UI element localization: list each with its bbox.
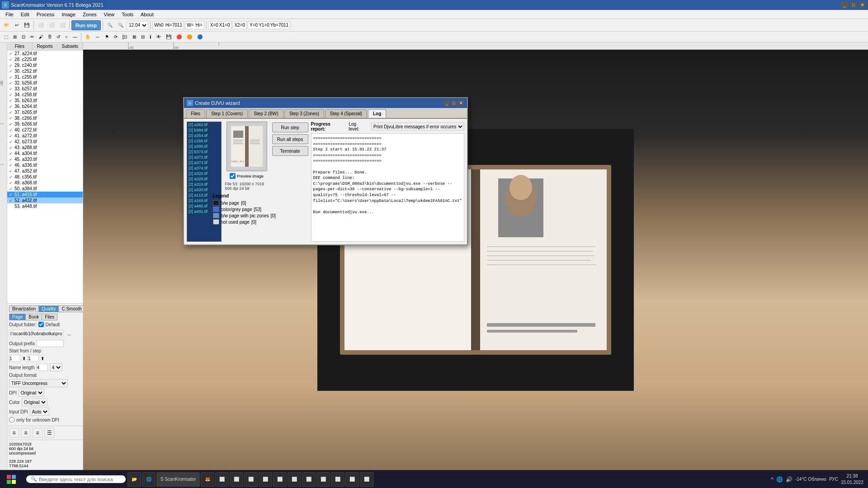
default-checkbox[interactable]: [38, 322, 44, 327]
menu-image[interactable]: Image: [58, 11, 79, 18]
color-select[interactable]: Original: [22, 398, 47, 406]
output-prefix-input[interactable]: [37, 340, 64, 347]
djvu-tab-step3[interactable]: Step 3 (Zones): [284, 109, 324, 118]
browse-button[interactable]: ...: [65, 328, 73, 338]
subtab-book[interactable]: Book: [26, 314, 42, 320]
file-item-27[interactable]: ✓27. a224.tif: [7, 51, 83, 56]
tool2-undo[interactable]: ↺: [54, 32, 62, 42]
name-length-select[interactable]: 456: [50, 363, 62, 371]
tool2-color1[interactable]: 🔴: [174, 32, 184, 42]
menu-tools[interactable]: Tools: [118, 11, 137, 18]
tool2-rotate2[interactable]: ⟳: [112, 32, 120, 42]
file-item-38[interactable]: ✓38. c266.tif: [7, 115, 83, 121]
file-item-46[interactable]: ✓46. a336.tif: [7, 162, 83, 168]
tool2-move[interactable]: ↔: [93, 32, 102, 42]
input-dpi-select[interactable]: Auto: [30, 408, 49, 416]
djvu-close-btn[interactable]: ✕: [458, 100, 464, 106]
subtab-page[interactable]: Page: [9, 314, 26, 320]
tool2-eye[interactable]: 👁: [154, 32, 163, 42]
tool-cut[interactable]: ⬜: [57, 20, 67, 30]
taskbar-edge[interactable]: 🌐: [142, 472, 156, 487]
file-item-50[interactable]: ✓50. a384.tif: [7, 186, 83, 192]
subtab-files[interactable]: Files: [42, 314, 57, 320]
file-item-39[interactable]: ✓39. b266.tif: [7, 121, 83, 127]
taskbar-app5[interactable]: ⬜: [259, 472, 272, 487]
djvu-tab-step4[interactable]: Step 4 (Special): [325, 109, 367, 118]
file-item-47[interactable]: ✓47. a352.tif: [7, 168, 83, 174]
tool2-expand[interactable]: ⊠: [130, 32, 138, 42]
file-item-49[interactable]: ✓49. a368.tif: [7, 180, 83, 186]
run-all-steps-button[interactable]: Run all steps: [272, 134, 308, 144]
tool2-hand[interactable]: ✋: [83, 32, 93, 42]
name-length-input[interactable]: [37, 364, 48, 371]
file-item-35[interactable]: ✓35. b263.tif: [7, 98, 83, 103]
dfile-13[interactable]: [2] a333.tif: [187, 187, 221, 192]
terminate-button[interactable]: Terminate: [272, 146, 308, 156]
file-item-31[interactable]: ✓31. c255.tif: [7, 74, 83, 80]
file-item-36[interactable]: ✓36. b264.tif: [7, 103, 83, 109]
tool-new[interactable]: 📂: [2, 20, 12, 30]
menu-about[interactable]: About: [137, 11, 157, 18]
file-item-43[interactable]: ✓43. a288.tif: [7, 145, 83, 150]
tool2-rotate[interactable]: ⊡: [19, 32, 28, 42]
tool-copy[interactable]: ⬜: [36, 20, 46, 30]
dfile-6[interactable]: [2] b373.tif: [187, 149, 221, 155]
start-from-input[interactable]: [9, 355, 20, 362]
icon-list2[interactable]: ≡: [21, 428, 31, 438]
file-item-28[interactable]: ✓28. c225.tif: [7, 56, 83, 62]
taskbar-firefox[interactable]: 🦊: [201, 472, 214, 487]
tool-open[interactable]: ↩: [13, 20, 21, 30]
tab-reports[interactable]: Reports: [33, 42, 58, 50]
tool2-flag[interactable]: ⚑: [103, 32, 111, 42]
file-item-34[interactable]: ✓34. c258.tif: [7, 92, 83, 98]
file-item-52[interactable]: ✓52. a432.tif: [7, 197, 83, 203]
djvu-tab-files[interactable]: Files: [186, 109, 205, 118]
tray-arrow[interactable]: ^: [771, 476, 774, 483]
log-area[interactable]: ========================================…: [311, 133, 464, 242]
file-item-32[interactable]: ✓32. b256.tif: [7, 80, 83, 86]
djvu-tab-step1[interactable]: Step 1 (Covers): [206, 109, 248, 118]
tool2-crop[interactable]: ⊞: [11, 32, 19, 42]
djvu-maximize-btn[interactable]: □: [451, 100, 457, 106]
icon-list4[interactable]: ☰: [44, 428, 54, 438]
dfile-8[interactable]: [2] a373.tif: [187, 160, 221, 165]
log-level-select[interactable]: Print DjvuLibre messages if error occure…: [371, 122, 464, 131]
taskbar-app6[interactable]: ⬜: [273, 472, 287, 487]
dfile-9[interactable]: [2] a374.tif: [187, 165, 221, 171]
search-input[interactable]: [39, 477, 120, 482]
file-item-48[interactable]: ✓48. c356.tif: [7, 174, 83, 180]
process-button[interactable]: Run step: [71, 20, 101, 30]
tab-subsets[interactable]: Subsets: [57, 42, 83, 50]
file-item-53[interactable]: ✓53. a448.tif: [7, 203, 83, 209]
dfile-5[interactable]: [2] a390.tif: [187, 144, 221, 149]
tool-save[interactable]: 💾: [22, 20, 32, 30]
dfile-11[interactable]: [2] a329.tif: [187, 176, 221, 182]
tab-files[interactable]: Files: [7, 42, 33, 50]
taskbar-app11[interactable]: ⬜: [360, 472, 373, 487]
taskbar-scankromsator[interactable]: S ScanKromsator: [156, 472, 200, 487]
maximize-button[interactable]: □: [850, 2, 857, 8]
taskbar-file-explorer[interactable]: 📂: [127, 472, 141, 487]
djvu-tab-step2[interactable]: Step 2 (BW): [249, 109, 283, 118]
tab-csmooth[interactable]: C.Smooth: [59, 306, 85, 312]
dfile-1[interactable]: [2] a363.tif: [187, 122, 221, 127]
file-item-41[interactable]: ✓41. a272.tif: [7, 133, 83, 139]
file-item-40[interactable]: ✓40. c272.tif: [7, 127, 83, 133]
tool2-select[interactable]: ⬚: [2, 32, 10, 42]
tool2-pencil[interactable]: ✏: [28, 32, 36, 42]
tool2-circle[interactable]: ○: [63, 32, 70, 42]
taskbar-app8[interactable]: ⬜: [302, 472, 316, 487]
tool2-color2[interactable]: 🟠: [184, 32, 194, 42]
taskbar-chrome[interactable]: ⬜: [316, 472, 330, 487]
djvu-minimize-btn[interactable]: _: [443, 100, 450, 106]
output-folder-input[interactable]: [9, 330, 63, 337]
taskbar-app9[interactable]: ⬜: [331, 472, 344, 487]
tool-zoom-out[interactable]: 🔍: [105, 20, 115, 30]
dfile-4[interactable]: [2] c168.tif: [187, 138, 221, 144]
zoom-select[interactable]: 12.04: [127, 21, 148, 30]
minimize-button[interactable]: _: [841, 2, 848, 8]
dfile-12[interactable]: [2] a316.tif: [187, 182, 221, 187]
step-input[interactable]: [28, 355, 39, 362]
taskbar-app7[interactable]: ⬜: [288, 472, 301, 487]
menu-edit[interactable]: Edit: [17, 11, 33, 18]
